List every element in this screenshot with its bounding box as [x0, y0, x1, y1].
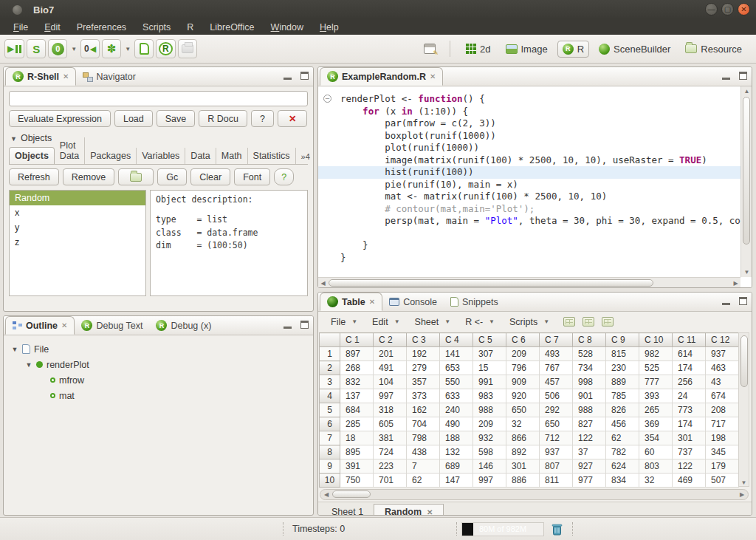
scrollbar-thumb[interactable]	[332, 491, 371, 498]
row-header-10[interactable]: 10	[320, 474, 340, 488]
cell[interactable]: 937	[706, 347, 739, 361]
maximize-view-button[interactable]	[300, 72, 309, 80]
row-header-1[interactable]: 1	[320, 347, 340, 361]
table-menu-file[interactable]: File▼	[326, 315, 364, 329]
tree-item-renderplot[interactable]: ▼renderPlot	[7, 357, 310, 372]
cell[interactable]: 767	[540, 361, 573, 375]
cell[interactable]: 201	[374, 347, 407, 361]
cell[interactable]: 147	[440, 474, 473, 488]
cell[interactable]: 438	[407, 445, 440, 459]
row-header-8[interactable]: 8	[320, 445, 340, 459]
menu-help[interactable]: Help	[312, 21, 346, 34]
open-folder-button[interactable]	[118, 168, 154, 185]
cell[interactable]: 18	[340, 431, 374, 445]
row-header-2[interactable]: 2	[320, 361, 340, 375]
cell[interactable]: 62	[606, 431, 639, 445]
open-perspective-button[interactable]	[420, 39, 439, 58]
stop-script-button[interactable]: S	[27, 39, 46, 58]
perspective-2d[interactable]: 2d	[461, 41, 495, 58]
tableview-tab-console[interactable]: Console	[382, 293, 444, 311]
cell[interactable]: 796	[506, 361, 540, 375]
cell[interactable]: 997	[374, 389, 407, 403]
maximize-view-button[interactable]	[739, 72, 747, 80]
cell[interactable]: 991	[473, 375, 506, 389]
cell[interactable]: 301	[506, 459, 540, 474]
cell[interactable]: 230	[606, 361, 639, 375]
cell[interactable]: 208	[706, 403, 739, 417]
rshell-tab-navigator[interactable]: Navigator	[76, 67, 142, 86]
refresh-button[interactable]: Refresh	[9, 168, 59, 185]
row-header-3[interactable]: 3	[320, 375, 340, 389]
cell[interactable]: 650	[506, 403, 540, 417]
remove-button[interactable]: Remove	[63, 168, 115, 185]
cell[interactable]: 633	[440, 389, 473, 403]
help-button[interactable]: ?	[274, 168, 294, 185]
cell[interactable]: 357	[407, 375, 440, 389]
menu-file[interactable]: File	[6, 21, 35, 34]
cell[interactable]: 456	[606, 417, 639, 431]
cell[interactable]: 15	[473, 361, 506, 375]
table-menu-scripts[interactable]: Scripts▼	[504, 315, 556, 329]
cell[interactable]: 798	[407, 431, 440, 445]
interrupt-button[interactable]: ✕	[278, 110, 307, 127]
objects-tab-data[interactable]: Data	[185, 148, 216, 164]
cell[interactable]: 674	[706, 389, 739, 403]
cell[interactable]: 285	[340, 417, 374, 431]
cell[interactable]: 463	[706, 361, 739, 375]
menu-window[interactable]: Window	[264, 21, 311, 34]
minimize-view-button[interactable]	[722, 78, 730, 80]
print-button[interactable]	[178, 39, 197, 58]
cell[interactable]: 927	[573, 459, 606, 474]
cell[interactable]: 209	[506, 347, 540, 361]
scroll-right-icon[interactable]: ▶	[738, 490, 746, 499]
cell[interactable]: 901	[573, 389, 606, 403]
scroll-down-icon[interactable]: ▼	[741, 267, 752, 277]
cell[interactable]: 724	[374, 445, 407, 459]
cell[interactable]: 832	[340, 375, 374, 389]
cell[interactable]: 886	[506, 474, 540, 488]
cell[interactable]: 889	[606, 375, 639, 389]
minimize-view-button[interactable]	[722, 303, 730, 305]
cell[interactable]: 7	[407, 459, 440, 474]
cell[interactable]: 174	[673, 417, 706, 431]
minimize-view-button[interactable]	[284, 78, 292, 80]
cell[interactable]: 491	[374, 361, 407, 375]
cell[interactable]: 866	[506, 431, 540, 445]
row-header-7[interactable]: 7	[320, 431, 340, 445]
cell[interactable]: 24	[673, 389, 706, 403]
cell[interactable]: 457	[540, 375, 573, 389]
column-header-c1[interactable]: C 1	[340, 333, 374, 347]
cell[interactable]: 528	[573, 347, 606, 361]
cell[interactable]: 469	[673, 474, 706, 488]
cell[interactable]: 354	[639, 431, 673, 445]
cell[interactable]: 141	[440, 347, 473, 361]
rshell-input[interactable]	[9, 91, 308, 106]
clear-button[interactable]: Clear	[190, 168, 230, 185]
outline-tab-debug-text[interactable]: RDebug Text	[75, 316, 149, 335]
cell[interactable]: 279	[407, 361, 440, 375]
cell[interactable]: 256	[673, 375, 706, 389]
cell[interactable]: 982	[639, 347, 673, 361]
objects-tab-packages[interactable]: Packages	[85, 148, 137, 164]
cell[interactable]: 32	[639, 474, 673, 488]
insert-sheet-icon[interactable]	[563, 317, 575, 327]
cell[interactable]: 997	[473, 474, 506, 488]
--button[interactable]: ?	[251, 110, 274, 127]
close-button[interactable]: ✕	[738, 3, 750, 16]
editor-vertical-scrollbar[interactable]: ▲ ▼	[740, 86, 752, 277]
cell[interactable]: 777	[639, 375, 673, 389]
cell[interactable]: 132	[440, 445, 473, 459]
font-button[interactable]: Font	[234, 168, 270, 185]
cell[interactable]: 701	[374, 474, 407, 488]
cell[interactable]: 525	[639, 361, 673, 375]
run-pause-button[interactable]: ▶	[4, 39, 24, 58]
garbage-collect-button[interactable]	[549, 521, 565, 537]
table-menu-r-[interactable]: R <-▼	[460, 315, 501, 329]
menu-r[interactable]: R	[179, 21, 201, 34]
sheet-tab-sheet-1[interactable]: Sheet 1	[321, 505, 374, 516]
column-header-c3[interactable]: C 3	[407, 333, 440, 347]
cell[interactable]: 60	[639, 445, 673, 459]
cell[interactable]: 198	[706, 431, 739, 445]
cell[interactable]: 373	[407, 389, 440, 403]
tree-item-mat[interactable]: mat	[7, 388, 310, 403]
